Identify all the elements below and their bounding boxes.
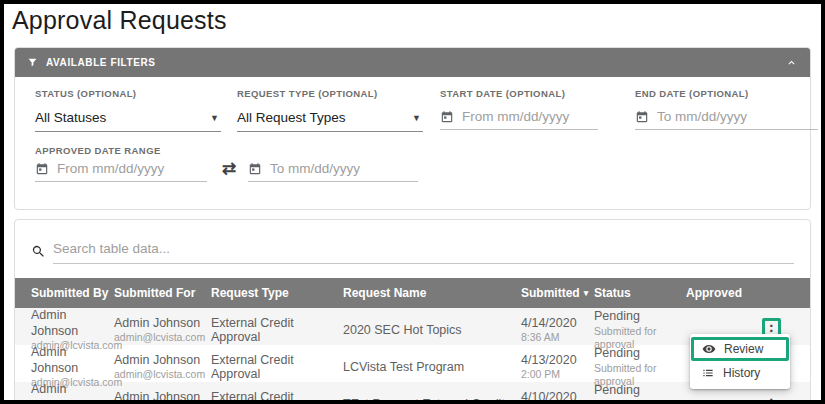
start-date-control xyxy=(440,108,598,130)
kebab-menu-icon: ⋮ xyxy=(765,397,779,404)
sort-desc-caret-icon: ▾ xyxy=(584,288,589,298)
cell-approved: ⋮ xyxy=(686,392,810,404)
available-filters-label: AVAILABLE FILTERS xyxy=(46,57,156,68)
status-filter-label: STATUS (OPTIONAL) xyxy=(35,88,221,99)
column-header-submitted-for[interactable]: Submitted For xyxy=(114,286,211,300)
cell-submitted-for: Admin Johnson admin@lcvista.com xyxy=(114,316,211,345)
eye-icon xyxy=(702,342,716,356)
status-select-value: All Statuses xyxy=(35,110,106,125)
end-date-control xyxy=(635,108,818,130)
menu-item-history[interactable]: History xyxy=(690,361,790,385)
swap-arrows-icon: ⇄ xyxy=(222,158,236,179)
cell-request-name: TEst Request External Credit xyxy=(343,397,521,404)
row-actions[interactable]: ⋮ xyxy=(762,392,781,404)
menu-item-history-label: History xyxy=(723,366,760,380)
cell-submitted: 4/10/2020 10:57 AM xyxy=(521,390,594,404)
start-date-filter: START DATE (OPTIONAL) xyxy=(440,88,598,130)
cell-submitted: 4/14/2020 8:36 AM xyxy=(521,316,594,345)
cell-submitted-for: Admin Johnson admin@lcvista.com xyxy=(114,390,211,404)
cell-request-type: External Credit Approval xyxy=(211,390,343,404)
approved-from-date-control xyxy=(35,160,207,182)
column-header-submitted[interactable]: Submitted▾ xyxy=(521,286,594,300)
end-date-filter-label: END DATE (OPTIONAL) xyxy=(635,88,818,99)
filter-funnel-icon xyxy=(27,57,38,68)
calendar-icon[interactable] xyxy=(35,162,49,176)
approved-from-date-filter xyxy=(35,160,207,182)
request-type-select[interactable]: All Request Types ▼ xyxy=(237,108,423,132)
search-input[interactable] xyxy=(53,239,794,264)
approved-to-date-filter xyxy=(248,160,418,182)
approved-to-date-input[interactable] xyxy=(270,161,418,176)
page-title: Approval Requests xyxy=(12,6,227,35)
column-header-request-type[interactable]: Request Type xyxy=(211,286,343,300)
calendar-icon[interactable] xyxy=(248,162,262,176)
end-date-input[interactable] xyxy=(657,109,818,124)
status-select[interactable]: All Statuses ▼ xyxy=(35,108,221,132)
start-date-filter-label: START DATE (OPTIONAL) xyxy=(440,88,598,99)
table-search xyxy=(31,239,794,264)
cell-submitted-for: Admin Johnson admin@lcvista.com xyxy=(114,353,211,382)
cell-request-type: External Credit Approval xyxy=(211,316,343,344)
cell-status: Pending Submitted for approval xyxy=(594,309,686,351)
cell-request-name: LCVista Test Program xyxy=(343,360,521,374)
request-type-filter: REQUEST TYPE (OPTIONAL) All Request Type… xyxy=(237,88,423,132)
search-icon xyxy=(31,244,46,259)
calendar-icon[interactable] xyxy=(440,110,454,124)
request-type-select-value: All Request Types xyxy=(237,110,346,125)
cell-request-name: 2020 SEC Hot Topics xyxy=(343,323,521,337)
collapse-chevron-up-icon[interactable] xyxy=(785,56,798,69)
end-date-filter: END DATE (OPTIONAL) xyxy=(635,88,818,130)
approved-date-range-label: APPROVED DATE RANGE xyxy=(35,145,161,156)
cell-request-type: External Credit Approval xyxy=(211,353,343,381)
cell-status: Pending Submitted for approval xyxy=(594,383,686,404)
approval-requests-page: Approval Requests AVAILABLE FILTERS STAT… xyxy=(0,0,825,404)
available-filters-panel: AVAILABLE FILTERS STATUS (OPTIONAL) All … xyxy=(14,47,811,210)
cell-status: Pending Submitted for approval xyxy=(594,346,686,388)
menu-item-review-label: Review xyxy=(724,342,763,356)
history-list-icon xyxy=(701,366,715,380)
start-date-input[interactable] xyxy=(462,109,598,124)
column-header-approved[interactable]: Approved xyxy=(686,286,810,300)
available-filters-header[interactable]: AVAILABLE FILTERS xyxy=(15,48,810,77)
cell-submitted: 4/13/2020 2:00 PM xyxy=(521,353,594,382)
calendar-icon[interactable] xyxy=(635,110,649,124)
table-header-row: Submitted By Submitted For Request Type … xyxy=(15,278,810,308)
request-type-filter-label: REQUEST TYPE (OPTIONAL) xyxy=(237,88,423,99)
dropdown-caret-icon: ▼ xyxy=(210,113,219,123)
approved-to-date-control xyxy=(248,160,418,182)
row-action-menu: Review History xyxy=(690,334,790,389)
dropdown-caret-icon: ▼ xyxy=(412,113,421,123)
column-header-submitted-by[interactable]: Submitted By xyxy=(31,286,114,300)
cell-submitted-by: Admin Johnson admin@lcvista.com xyxy=(31,382,114,404)
column-header-request-name[interactable]: Request Name xyxy=(343,286,521,300)
status-filter: STATUS (OPTIONAL) All Statuses ▼ xyxy=(35,88,221,132)
approved-from-date-input[interactable] xyxy=(57,161,207,176)
column-header-status[interactable]: Status xyxy=(594,286,686,300)
menu-item-review[interactable]: Review xyxy=(691,337,789,361)
